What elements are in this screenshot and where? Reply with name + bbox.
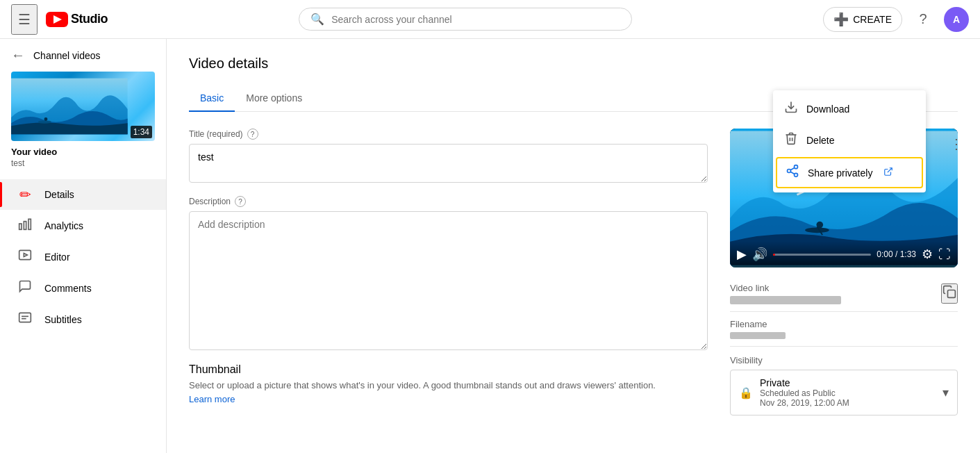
sidebar-item-details[interactable]: ✏ Details xyxy=(0,179,166,210)
sidebar-thumbnail[interactable]: 1:34 xyxy=(11,72,155,141)
thumbnail-learn-more[interactable]: Learn more xyxy=(189,394,235,404)
svg-line-21 xyxy=(790,167,795,170)
settings-button[interactable]: ⚙ xyxy=(922,247,933,262)
share-icon xyxy=(786,164,799,181)
analytics-icon xyxy=(17,217,33,234)
sidebar-nav: ✏ Details Analytics Editor xyxy=(0,179,166,335)
sidebar: ← Channel videos xyxy=(0,39,167,453)
dropdown-download[interactable]: Download xyxy=(773,93,926,124)
search-box: 🔍 xyxy=(299,8,632,31)
desc-help-icon[interactable]: ? xyxy=(235,196,246,207)
create-plus-icon: ➕ xyxy=(833,12,849,27)
svg-marker-7 xyxy=(24,254,27,257)
sidebar-back-button[interactable]: ← Channel videos xyxy=(0,39,166,72)
svg-line-22 xyxy=(888,168,892,172)
title-help-icon[interactable]: ? xyxy=(247,129,258,140)
thumbnail-title: Thumbnail xyxy=(189,363,708,376)
svg-rect-4 xyxy=(24,222,26,230)
sidebar-item-subtitles[interactable]: Subtitles xyxy=(0,304,166,335)
topnav: ☰ Studio 🔍 ➕ CREATE ? A xyxy=(0,0,980,39)
menu-button[interactable]: ☰ xyxy=(11,4,38,35)
svg-point-1 xyxy=(38,120,51,124)
svg-point-12 xyxy=(805,227,829,233)
title-label-text: Title (required) xyxy=(189,129,243,139)
desc-input[interactable] xyxy=(189,211,708,350)
search-input[interactable] xyxy=(331,14,620,25)
details-icon: ✏ xyxy=(17,186,33,203)
video-link-info: Video link xyxy=(730,283,841,304)
svg-rect-3 xyxy=(19,224,22,229)
sidebar-item-editor[interactable]: Editor xyxy=(0,241,166,272)
editor-label: Editor xyxy=(44,252,70,263)
play-button[interactable]: ▶ xyxy=(737,247,747,262)
desc-label: Description ? xyxy=(189,196,708,207)
create-label: CREATE xyxy=(853,14,892,25)
video-link-url xyxy=(730,296,841,304)
avatar[interactable]: A xyxy=(944,7,969,32)
video-controls: ▶ 🔊 0:00 / 1:33 ⚙ ⛶ xyxy=(730,241,958,267)
download-icon xyxy=(784,100,798,117)
svg-rect-5 xyxy=(28,219,31,229)
sidebar-video-info: Your video test xyxy=(0,147,166,174)
search-icon: 🔍 xyxy=(310,13,324,26)
video-info-panel: Video link Filename xyxy=(730,276,958,424)
visibility-select[interactable]: 🔒 Private Scheduled as Public Nov 28, 20… xyxy=(730,370,958,415)
svg-rect-6 xyxy=(19,250,31,259)
svg-point-19 xyxy=(795,173,798,176)
tab-basic[interactable]: Basic xyxy=(189,85,235,112)
title-group: Title (required) ? test xyxy=(189,129,708,185)
progress-bar[interactable] xyxy=(773,254,871,256)
three-dot-menu-button[interactable]: ⋮ xyxy=(949,135,963,152)
download-label: Download xyxy=(806,104,849,115)
sidebar-video-subtitle: test xyxy=(11,158,155,168)
volume-button[interactable]: 🔊 xyxy=(752,247,767,262)
dropdown-share[interactable]: Share privately xyxy=(776,157,923,188)
scheduled-text: Scheduled as Public Nov 28, 2019, 12:00 … xyxy=(760,388,849,408)
channel-videos-label: Channel videos xyxy=(33,50,101,61)
svg-rect-8 xyxy=(19,313,31,322)
visibility-left: 🔒 Private Scheduled as Public Nov 28, 20… xyxy=(739,377,849,408)
visibility-label: Visibility xyxy=(730,355,958,365)
desc-group: Description ? xyxy=(189,196,708,352)
private-icon: 🔒 xyxy=(739,386,753,400)
thumbnail-section: Thumbnail Select or upload a picture tha… xyxy=(189,363,708,404)
thumb-image: 1:34 xyxy=(11,72,155,141)
comments-label: Comments xyxy=(44,283,92,294)
play-triangle xyxy=(53,15,62,24)
fullscreen-button[interactable]: ⛶ xyxy=(938,247,951,262)
desc-label-text: Description xyxy=(189,197,231,206)
form-area: Title (required) ? test Description ? Th… xyxy=(189,129,708,424)
search-container: 🔍 xyxy=(135,8,795,31)
back-arrow-icon: ← xyxy=(11,47,25,63)
title-input[interactable]: test xyxy=(189,144,708,183)
svg-rect-15 xyxy=(948,290,956,298)
filename-label: Filename xyxy=(730,319,958,329)
sidebar-item-comments[interactable]: Comments xyxy=(0,272,166,304)
tab-more-options[interactable]: More options xyxy=(235,85,313,112)
time-display: 0:00 / 1:33 xyxy=(877,249,916,259)
delete-icon xyxy=(784,131,798,149)
dropdown-delete[interactable]: Delete xyxy=(773,124,926,156)
thumbnail-desc: Select or upload a picture that shows wh… xyxy=(189,380,708,390)
editor-icon xyxy=(17,248,33,265)
yt-logo[interactable]: Studio xyxy=(46,12,108,27)
visibility-name: Private xyxy=(760,377,849,388)
subtitles-icon xyxy=(17,311,33,328)
svg-point-17 xyxy=(795,165,798,169)
sidebar-item-analytics[interactable]: Analytics xyxy=(0,210,166,241)
settings-fullscreen: ⚙ ⛶ xyxy=(922,247,951,262)
chevron-down-icon: ▾ xyxy=(942,385,949,400)
copy-link-button[interactable] xyxy=(941,283,958,304)
comments-icon xyxy=(17,279,33,297)
svg-point-2 xyxy=(44,117,48,121)
visibility-row: Visibility 🔒 Private Scheduled as Public… xyxy=(730,347,958,424)
progress-fill xyxy=(773,254,775,256)
create-button[interactable]: ➕ CREATE xyxy=(823,7,902,32)
help-button[interactable]: ? xyxy=(911,7,936,32)
avatar-initial: A xyxy=(953,14,960,25)
details-label: Details xyxy=(44,189,74,200)
studio-text: Studio xyxy=(71,12,108,26)
filename-value xyxy=(730,332,786,339)
subtitles-label: Subtitles xyxy=(44,314,82,325)
nav-right: ➕ CREATE ? A xyxy=(823,7,969,32)
